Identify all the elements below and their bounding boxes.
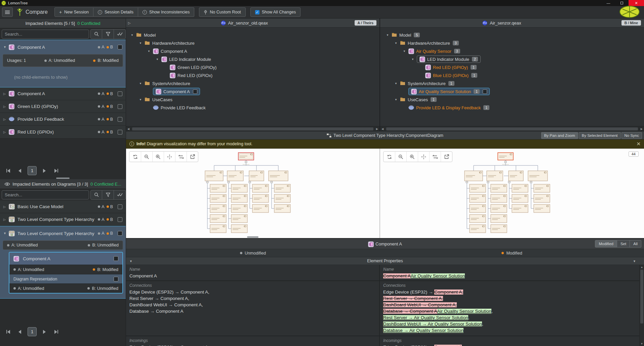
collapse-icon[interactable]: ▼ (3, 45, 9, 49)
row-checkbox[interactable] (118, 217, 122, 222)
diagram-checkbox[interactable] (118, 231, 122, 236)
session-details-button[interactable]: iSession Details (93, 7, 138, 17)
reset-view-button[interactable] (384, 152, 395, 162)
tree-expand-icon[interactable]: ▼ (131, 34, 136, 37)
tree-node[interactable]: ▼UseCases1 (380, 95, 644, 104)
tree-a-hscrollbar[interactable]: ◀▶ (126, 126, 379, 131)
tree-expand-icon[interactable]: ▼ (395, 42, 400, 45)
expand-icon[interactable]: ▷ (3, 92, 9, 95)
collapse-icon[interactable]: ▼ (3, 232, 9, 235)
tree-node[interactable]: ▼Air Quality Sensor3 (380, 47, 644, 55)
tree-expand-icon[interactable]: ▼ (403, 50, 408, 53)
sync-selected-element-button[interactable]: By Selected Element (579, 132, 621, 139)
panel-collapse-icon[interactable]: ▷ (128, 21, 134, 25)
row-checkbox[interactable] (118, 204, 122, 209)
swap-sides-button[interactable] (429, 152, 441, 162)
filter-all-button[interactable]: All (630, 240, 641, 247)
component-hierarchy-diagram-a[interactable] (196, 150, 310, 236)
tree-node[interactable]: ▼LED Indicator Module (126, 55, 379, 63)
tree-node[interactable]: Provide LED Feedback (126, 104, 379, 112)
row-checkbox[interactable] (118, 130, 122, 134)
tree-expand-icon[interactable]: ▼ (386, 34, 392, 37)
selected-diagram-row[interactable]: ▼ Two Level Component Type Hierarchy A B (0, 226, 126, 240)
row-checkbox[interactable] (118, 104, 122, 109)
selected-element-row[interactable]: ▼ Component A A B (0, 40, 126, 54)
reset-view-button[interactable] (129, 152, 141, 162)
node-checkbox[interactable] (483, 89, 487, 94)
diagram-element-checkbox[interactable] (114, 256, 118, 261)
tree-expand-icon[interactable]: ▼ (139, 98, 145, 101)
tree-expand-icon[interactable]: ▼ (148, 50, 153, 53)
diagram-canvas-a[interactable] (126, 149, 379, 238)
expand-icon[interactable]: ▷ (3, 130, 9, 134)
tree-node[interactable]: Blue LED (GPIOx)1 (380, 71, 644, 79)
diagrams-search-button[interactable] (90, 190, 102, 200)
prev-page-button[interactable] (16, 328, 24, 336)
expand-icon[interactable]: ▷ (3, 218, 9, 221)
list-item[interactable]: ▷Basic Use Case ModelAB (0, 200, 126, 213)
tree-node[interactable]: ▼HardwareArchitecture3 (380, 39, 644, 47)
tree-node[interactable]: ▼SystemArchitecture (126, 79, 379, 87)
minimize-icon[interactable]: — (602, 0, 615, 6)
pan-button[interactable] (164, 152, 175, 162)
swap-sides-button[interactable] (175, 152, 187, 162)
last-page-button[interactable] (52, 167, 60, 175)
zoom-in-button[interactable] (152, 152, 164, 162)
sync-pan-zoom-button[interactable]: By Pan and Zoom (541, 132, 578, 139)
last-page-button[interactable] (52, 328, 60, 336)
list-item[interactable]: ▷Provide LED FeedbackAB (0, 113, 126, 126)
canvas-splitter-handle[interactable] (247, 236, 258, 238)
list-item[interactable]: ▷Red LED (GPIOx)AB (0, 126, 126, 139)
show-all-changes-toggle[interactable]: ✓ Show All Changes (250, 7, 300, 17)
diagram-canvas-b[interactable]: 44 (380, 149, 644, 238)
tree-expand-icon[interactable]: ▼ (156, 58, 161, 61)
prev-page-button[interactable] (16, 167, 24, 175)
tree-node[interactable]: ▼UseCases (126, 95, 379, 104)
expand-icon[interactable]: ▷ (3, 118, 9, 121)
tree-expand-icon[interactable]: ▼ (395, 98, 400, 101)
open-external-button[interactable] (187, 152, 198, 162)
tree-expand-icon[interactable]: ▼ (395, 82, 400, 85)
representation-checkbox[interactable] (114, 277, 118, 281)
maximize-icon[interactable] (615, 0, 629, 6)
tree-expand-icon[interactable]: ▼ (139, 42, 145, 45)
no-custom-root-button[interactable]: No Custom Root (199, 7, 245, 17)
tree-node[interactable]: ▼HardwareArchitecture (126, 39, 379, 47)
list-item[interactable]: ▷Two Level Component Type HierarchyAB (0, 213, 126, 226)
expand-icon[interactable]: ▷ (3, 205, 9, 208)
diagrams-filter-button[interactable] (102, 190, 114, 200)
hamburger-menu-button[interactable] (2, 7, 13, 17)
list-item[interactable]: ▷Green LED (GPIOy)AB (0, 100, 126, 113)
tree-node[interactable]: Green LED (GPIOy) (126, 63, 379, 71)
current-page[interactable]: 1 (28, 166, 37, 175)
collapse-icon[interactable]: ▼ (633, 260, 636, 263)
tree-node[interactable]: ▼Model (126, 31, 379, 39)
next-page-button[interactable] (40, 328, 48, 336)
tree-expand-icon[interactable]: ▼ (139, 82, 145, 85)
collapse-icon[interactable]: ▼ (129, 260, 132, 263)
diagram-element-box[interactable]: Component A A: Unmodified B: Modified Di… (9, 252, 123, 294)
row-checkbox[interactable] (118, 91, 122, 96)
diagram-representation-row[interactable]: Diagram Representation (9, 274, 122, 283)
tree-node[interactable]: Provide LED & Display Feedback1 (380, 104, 644, 112)
expanded-element-block[interactable]: ▼ Component A A B Usages: 1 A: Unmodifie… (0, 40, 126, 87)
search-button[interactable] (90, 29, 102, 39)
filter-modified-button[interactable]: Modified (595, 240, 617, 247)
current-page[interactable]: 1 (28, 327, 37, 336)
search-input[interactable] (2, 30, 89, 39)
list-item[interactable]: ▷Component AAB (0, 87, 126, 100)
select-all-button[interactable] (114, 29, 126, 39)
show-inconsistencies-button[interactable]: !Show Inconsistencies (138, 7, 194, 17)
expand-icon[interactable]: ▷ (3, 105, 9, 108)
first-page-button[interactable] (4, 328, 12, 336)
open-external-button[interactable] (441, 152, 452, 162)
next-page-button[interactable] (40, 167, 48, 175)
node-checkbox[interactable] (193, 89, 197, 94)
zoom-out-button[interactable] (395, 152, 406, 162)
tree-node-box[interactable]: LED Indicator Module2 (417, 55, 481, 63)
tree-node[interactable]: Red LED (GPIOx) (126, 71, 379, 79)
close-icon[interactable]: ✕ (629, 0, 644, 6)
tree-node[interactable]: Component A (126, 87, 379, 95)
expanded-diagram-block[interactable]: ▼ Two Level Component Type Hierarchy A B… (0, 226, 126, 299)
properties-vscrollbar[interactable]: ▲▼ (639, 265, 644, 346)
